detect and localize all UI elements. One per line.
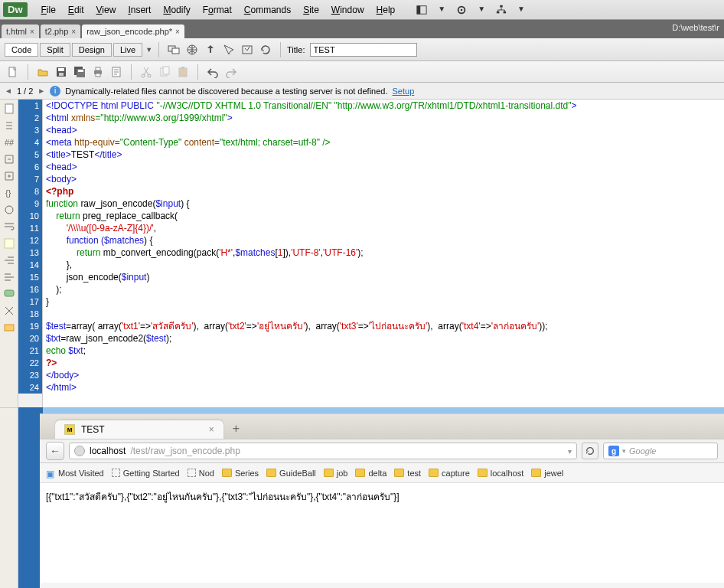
line-icon[interactable] [3,204,15,216]
save-all-icon[interactable] [73,66,86,78]
close-icon[interactable]: × [71,28,76,36]
live-view-button[interactable]: Live [113,43,142,57]
tab-t-html[interactable]: t.html× [2,24,39,38]
svg-rect-10 [243,46,252,54]
wrap-icon[interactable] [3,220,15,233]
menu-window[interactable]: Window [325,5,370,15]
search-bar[interactable]: g ▾ Google [603,443,718,459]
wand-icon[interactable] [241,44,253,56]
setup-link[interactable]: Setup [393,87,415,96]
prev-icon[interactable]: ◄ [5,87,12,95]
menu-view[interactable]: View [90,5,122,15]
svg-point-23 [148,74,151,77]
inspect-icon[interactable] [223,44,235,56]
menu-commands[interactable]: Commands [238,5,297,15]
code-view-button[interactable]: Code [5,43,38,57]
title-input[interactable] [310,43,417,57]
menu-insert[interactable]: Insert [122,5,157,15]
redo-icon[interactable] [225,66,237,78]
menu-edit[interactable]: Edit [62,5,90,15]
comment-icon[interactable] [3,288,15,300]
url-bar[interactable]: localhost/test/raw_json_encode.php ▾ [69,443,577,459]
svg-rect-8 [172,48,179,54]
arrows-icon[interactable] [3,119,15,132]
bookmark-delta[interactable]: delta [355,469,386,478]
bookmark-most-visited[interactable]: ▣Most Visited [46,469,104,478]
dropdown-icon[interactable]: ▼ [145,46,152,54]
syntax-icon[interactable] [3,237,15,250]
dropdown-icon[interactable]: ▾ [622,447,626,455]
close-icon[interactable]: × [209,424,214,435]
bookmark-capture[interactable]: capture [429,469,470,478]
bookmark-localhost[interactable]: localhost [478,469,523,478]
page-icon: M [64,424,75,435]
divider [197,64,198,80]
dropdown-icon[interactable]: ▼ [438,5,445,15]
bookmark-jewel[interactable]: jewel [531,469,563,478]
bookmark-getting-started[interactable]: Getting Started [112,469,180,478]
refresh-icon[interactable] [259,44,272,56]
bookmark-series[interactable]: Series [222,469,259,478]
app-logo: Dw [3,2,28,17]
svg-rect-20 [96,74,100,77]
copy-icon[interactable] [158,66,171,78]
url-host: localhost [90,446,126,456]
menu-format[interactable]: Format [197,5,238,15]
dropdown-icon[interactable]: ▾ [568,447,572,456]
design-view-button[interactable]: Design [72,43,112,57]
dropdown-icon[interactable]: ▼ [517,5,525,15]
close-icon[interactable]: × [175,28,180,36]
next-icon[interactable]: ► [38,87,45,95]
split-view-button[interactable]: Split [40,43,70,57]
gear-icon[interactable] [456,5,467,15]
menu-modify[interactable]: Modify [157,5,196,15]
menu-bar: Dw File Edit View Insert Modify Format C… [0,0,724,20]
document-tabs: t.html× t2.php× raw_json_encode.php*× D:… [0,20,724,38]
back-button[interactable]: ← [46,442,64,460]
paste-icon[interactable] [177,66,189,78]
hash-icon[interactable]: ## [3,136,15,149]
svg-rect-34 [5,325,14,331]
tab-raw-json-encode[interactable]: raw_json_encode.php*× [82,24,184,38]
indent-icon[interactable] [3,254,15,266]
upload-icon[interactable] [204,44,217,56]
balance-icon[interactable]: {} [3,187,15,199]
expand-icon[interactable] [3,170,15,182]
browser-tabs: M TEST × + [40,414,724,439]
doc-icon[interactable] [3,103,15,115]
new-doc-icon[interactable] [7,66,19,78]
snippet-icon[interactable] [3,322,15,334]
browser-tab[interactable]: M TEST × [55,420,223,439]
format-icon[interactable] [3,305,15,317]
menu-site[interactable]: Site [297,5,325,15]
bookmark-job[interactable]: job [324,469,348,478]
new-tab-button[interactable]: + [227,419,246,439]
collapse-icon[interactable] [3,153,15,165]
multiscreen-icon[interactable] [168,44,180,56]
search-placeholder: Google [629,446,656,456]
svg-rect-11 [9,67,15,77]
browser-window: M TEST × + ← localhost/test/raw_json_enc… [40,413,724,588]
menu-file[interactable]: File [35,5,62,15]
menu-help[interactable]: Help [370,5,402,15]
bookmark-guideball[interactable]: GuideBall [266,469,316,478]
sitemap-icon[interactable] [496,5,507,15]
bookmark-nod[interactable]: Nod [188,469,214,478]
bookmark-test[interactable]: test [394,469,421,478]
save-icon[interactable] [55,66,67,78]
undo-icon[interactable] [207,66,219,78]
layout-icon[interactable] [416,5,427,15]
outdent-icon[interactable] [3,271,15,283]
globe-icon[interactable] [186,44,198,56]
reload-button[interactable] [582,443,598,459]
pager-label: 1 / 2 [17,87,33,96]
dropdown-icon[interactable]: ▼ [478,5,485,15]
svg-rect-5 [497,11,500,13]
close-icon[interactable]: × [30,28,34,36]
code-content[interactable]: <!DOCTYPE html PUBLIC "-//W3C//DTD XHTML… [43,100,724,407]
print-icon[interactable] [92,66,104,78]
open-icon[interactable] [37,66,49,78]
tab-t2-php[interactable]: t2.php× [41,24,80,38]
doc-icon[interactable] [110,66,122,78]
cut-icon[interactable] [140,66,152,78]
